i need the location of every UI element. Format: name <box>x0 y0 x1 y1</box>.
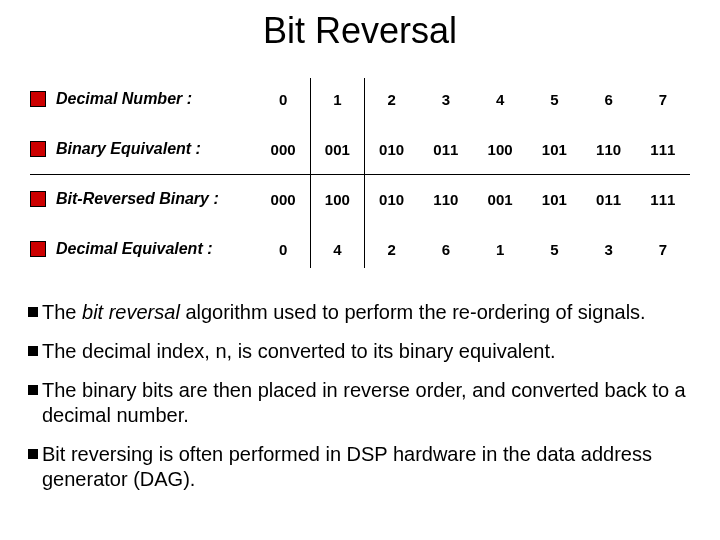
square-bullet-icon <box>30 141 46 157</box>
bit-reversal-table: Decimal Number : 0 1 2 3 4 5 6 7 Binary … <box>30 78 690 278</box>
cell: 2 <box>365 91 419 108</box>
cell: 4 <box>473 91 527 108</box>
cell: 5 <box>527 91 581 108</box>
row-label: Decimal Equivalent : <box>56 240 256 258</box>
bullet-text: Bit reversing is often performed in DSP … <box>42 442 698 492</box>
cell: 100 <box>310 191 364 208</box>
square-bullet-icon <box>30 241 46 257</box>
row-cells: 000 100 010 110 001 101 011 111 <box>256 191 690 208</box>
row-cells: 000 001 010 011 100 101 110 111 <box>256 141 690 158</box>
cell: 3 <box>582 241 636 258</box>
row-binary-equivalent: Binary Equivalent : 000 001 010 011 100 … <box>30 128 690 170</box>
square-bullet-icon <box>28 385 38 395</box>
square-bullet-icon <box>28 346 38 356</box>
cell: 011 <box>582 191 636 208</box>
square-bullet-icon <box>28 307 38 317</box>
cell: 111 <box>636 191 690 208</box>
cell: 0 <box>256 241 310 258</box>
cell: 001 <box>310 141 364 158</box>
cell: 6 <box>582 91 636 108</box>
row-decimal-equivalent: Decimal Equivalent : 0 4 2 6 1 5 3 7 <box>30 228 690 270</box>
bullet-text: The decimal index, n, is converted to it… <box>42 339 698 364</box>
bullet-text: The bit reversal algorithm used to perfo… <box>42 300 698 325</box>
row-label: Bit-Reversed Binary : <box>56 190 256 208</box>
cell: 101 <box>527 191 581 208</box>
cell: 100 <box>473 141 527 158</box>
square-bullet-icon <box>30 91 46 107</box>
hline-mid <box>30 174 690 175</box>
page-title: Bit Reversal <box>0 10 720 52</box>
cell: 010 <box>365 191 419 208</box>
row-decimal-number: Decimal Number : 0 1 2 3 4 5 6 7 <box>30 78 690 120</box>
cell: 000 <box>256 191 310 208</box>
text-span: The <box>42 301 82 323</box>
cell: 110 <box>582 141 636 158</box>
row-cells: 0 1 2 3 4 5 6 7 <box>256 91 690 108</box>
square-bullet-icon <box>28 449 38 459</box>
cell: 4 <box>310 241 364 258</box>
cell: 1 <box>473 241 527 258</box>
cell: 110 <box>419 191 473 208</box>
cell: 6 <box>419 241 473 258</box>
cell: 001 <box>473 191 527 208</box>
bullet-item: The binary bits are then placed in rever… <box>28 378 698 428</box>
bullet-item: Bit reversing is often performed in DSP … <box>28 442 698 492</box>
cell: 5 <box>527 241 581 258</box>
bullet-list: The bit reversal algorithm used to perfo… <box>28 300 698 506</box>
text-span: algorithm used to perform the re-orderin… <box>180 301 646 323</box>
cell: 000 <box>256 141 310 158</box>
row-label: Binary Equivalent : <box>56 140 256 158</box>
cell: 0 <box>256 91 310 108</box>
cell: 010 <box>365 141 419 158</box>
bullet-item: The bit reversal algorithm used to perfo… <box>28 300 698 325</box>
cell: 3 <box>419 91 473 108</box>
slide: Bit Reversal Decimal Number : 0 1 2 3 4 … <box>0 0 720 540</box>
cell: 101 <box>527 141 581 158</box>
cell: 111 <box>636 141 690 158</box>
cell: 7 <box>636 91 690 108</box>
square-bullet-icon <box>30 191 46 207</box>
bullet-item: The decimal index, n, is converted to it… <box>28 339 698 364</box>
cell: 7 <box>636 241 690 258</box>
cell: 011 <box>419 141 473 158</box>
row-bit-reversed-binary: Bit-Reversed Binary : 000 100 010 110 00… <box>30 178 690 220</box>
bullet-text: The binary bits are then placed in rever… <box>42 378 698 428</box>
row-cells: 0 4 2 6 1 5 3 7 <box>256 241 690 258</box>
row-label: Decimal Number : <box>56 90 256 108</box>
cell: 2 <box>365 241 419 258</box>
cell: 1 <box>310 91 364 108</box>
text-span-italic: bit reversal <box>82 301 180 323</box>
